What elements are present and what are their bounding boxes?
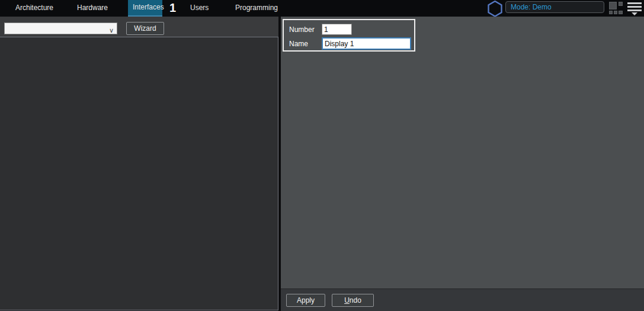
- app-window: Architecture Hardware Interfaces Users P…: [0, 0, 644, 311]
- number-field[interactable]: [322, 24, 352, 35]
- callout-1: 1: [169, 1, 176, 15]
- tab-interfaces[interactable]: Interfaces: [128, 0, 162, 17]
- chevron-down-icon: ∨: [109, 25, 114, 36]
- left-toolbar: ∨ Wizard: [0, 17, 279, 37]
- name-field[interactable]: [322, 37, 411, 50]
- name-label: Name: [289, 40, 308, 48]
- properties-pane: Number Name 2 3 Apply Undo: [281, 17, 644, 311]
- grid-layout-icon[interactable]: [609, 2, 623, 14]
- chevron-down-icon: [632, 12, 637, 15]
- interface-select-dropdown[interactable]: ∨: [4, 23, 117, 34]
- tab-users[interactable]: Users: [185, 0, 213, 17]
- interface-canvas[interactable]: [0, 37, 278, 310]
- tab-programming[interactable]: Programming: [230, 0, 283, 17]
- mode-status-box[interactable]: Mode: Demo: [505, 1, 604, 13]
- undo-button[interactable]: Undo: [332, 294, 374, 307]
- number-label: Number: [289, 25, 315, 34]
- interface-properties-panel: Number Name: [283, 19, 415, 52]
- undo-accesskey: U: [344, 296, 350, 304]
- hamburger-menu-icon[interactable]: [627, 2, 642, 15]
- tab-hardware[interactable]: Hardware: [72, 0, 113, 17]
- undo-label-rest: ndo: [350, 296, 361, 304]
- hexagon-logo-icon[interactable]: [487, 1, 503, 17]
- apply-button[interactable]: Apply: [286, 294, 325, 307]
- top-tab-bar: Architecture Hardware Interfaces Users P…: [0, 0, 644, 17]
- wizard-button[interactable]: Wizard: [126, 22, 164, 35]
- action-bar: Apply Undo: [281, 288, 644, 311]
- tab-architecture[interactable]: Architecture: [11, 0, 58, 17]
